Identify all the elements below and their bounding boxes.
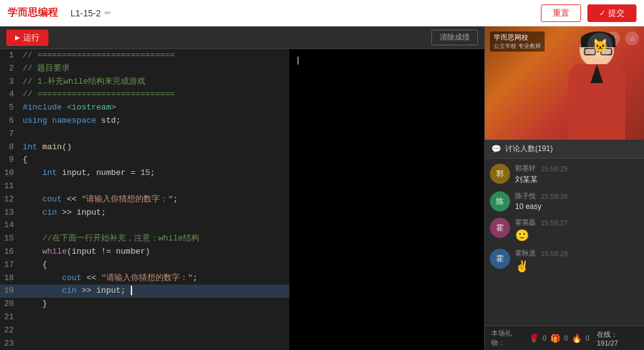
submit-label: 提交	[608, 8, 625, 19]
msg-meta: 霍秋丞15:58:28	[515, 249, 568, 258]
code-line: 2// 题目要求	[0, 62, 289, 76]
video-subtitle: 公立学校 专业教师	[494, 42, 541, 50]
line-code: {	[20, 259, 289, 272]
msg-time: 15:58:28	[541, 250, 568, 257]
msg-content: 陈子悦15:58:2610 easy	[515, 191, 568, 211]
code-line: 14	[0, 219, 289, 232]
gift3-emoji: 🔥	[572, 334, 582, 343]
code-line: 20 }	[0, 298, 289, 311]
line-number: 21	[0, 311, 20, 324]
avatar: 霍	[490, 249, 510, 269]
line-number: 17	[0, 259, 20, 272]
code-line: 13 cin >> input;	[0, 206, 289, 220]
chat-message: 霍霍英磊15:58:27🙂	[490, 218, 639, 242]
line-number: 23	[0, 337, 20, 350]
lesson-label: L1-15-2	[70, 8, 101, 18]
code-line: 12 cout << "请输入你猜想的数字：";	[0, 193, 289, 206]
msg-emoji: 🙂	[515, 229, 568, 242]
code-line: 5#include <iostream>	[0, 101, 289, 115]
msg-text: 10 easy	[515, 202, 568, 211]
line-code: }	[20, 298, 289, 311]
code-line: 6using namespace std;	[0, 115, 289, 128]
msg-name: 霍英磊	[515, 218, 536, 227]
line-code	[20, 324, 289, 337]
msg-emoji: ✌	[515, 259, 568, 273]
msg-content: 霍秋丞15:58:28✌	[515, 249, 568, 273]
chat-message: 霍霍秋丞15:58:28✌	[490, 249, 639, 273]
online-count: 在线：191/27	[597, 330, 638, 347]
line-code: cin >> input;	[20, 206, 289, 220]
chat-header: 💬 讨论人数(191)	[485, 140, 644, 159]
video-logo: 学而思网校 公立学校 专业教师	[490, 31, 545, 52]
code-line: 16 while(input != number)	[0, 246, 289, 259]
line-number: 8	[0, 141, 20, 154]
line-number: 7	[0, 128, 20, 141]
teacher-body	[569, 64, 625, 140]
line-number: 6	[0, 115, 20, 128]
msg-name: 郭墨轩	[515, 164, 536, 173]
terminal[interactable]: |	[289, 49, 484, 350]
submit-button[interactable]: ✓ 提交	[587, 4, 636, 22]
line-number: 18	[0, 272, 20, 285]
line-code: cin >> input;	[20, 285, 289, 298]
msg-text: 刘某某	[515, 174, 568, 185]
msg-content: 霍英磊15:58:27🙂	[515, 218, 568, 242]
play-icon: ▶	[15, 34, 20, 41]
line-number: 10	[0, 167, 20, 180]
code-line: 10 int input, number = 15;	[0, 167, 289, 180]
line-code: // ============================	[20, 49, 289, 62]
line-number: 2	[0, 62, 20, 76]
code-line: 15 //在下面一行开始补充，注意：while结构	[0, 232, 289, 246]
teacher-collar	[591, 64, 603, 83]
line-code: using namespace std;	[20, 115, 289, 128]
line-number: 5	[0, 101, 20, 115]
code-line: 4// ============================	[0, 88, 289, 101]
chat-message: 陈陈子悦15:58:2610 easy	[490, 191, 639, 212]
line-number: 13	[0, 206, 20, 220]
code-line: 18 cout << "请输入你猜想的数字：";	[0, 272, 289, 285]
line-code	[20, 337, 289, 350]
gift1-count: 0	[543, 334, 547, 342]
gift2-emoji: 🎁	[550, 334, 560, 343]
msg-meta: 郭墨轩15:58:25	[515, 164, 568, 173]
toolbar: ▶ 运行 清除成绩	[0, 26, 484, 49]
reset-button[interactable]: 重置	[541, 4, 581, 22]
run-button[interactable]: ▶ 运行	[6, 30, 48, 46]
code-line: 8int main()	[0, 141, 289, 154]
msg-time: 15:58:26	[541, 193, 568, 200]
line-number: 1	[0, 49, 20, 62]
line-number: 3	[0, 76, 20, 89]
cartoon-icon: 🐱	[587, 33, 613, 58]
code-table: 1// ============================2// 题目要求…	[0, 49, 289, 350]
line-code	[20, 180, 289, 193]
gift3-count: 0	[586, 334, 589, 342]
line-code: #include <iostream>	[20, 101, 289, 115]
code-line: 21	[0, 311, 289, 324]
check-icon: ✓	[599, 9, 606, 18]
line-code: cout << "请输入你猜想的数字：";	[20, 272, 289, 285]
code-line: 3// 1.补充while结构来完成游戏	[0, 76, 289, 89]
right-panel: 学而思网校 公立学校 专业教师 ⊞ ☆	[484, 26, 644, 350]
logo: 学而思编程	[8, 6, 58, 20]
code-line: 7	[0, 128, 289, 141]
edit-icon[interactable]: ✏	[104, 8, 111, 18]
line-number: 22	[0, 324, 20, 337]
line-number: 4	[0, 88, 20, 101]
line-code	[20, 311, 289, 324]
code-editor[interactable]: 1// ============================2// 题目要求…	[0, 49, 289, 350]
line-code: int input, number = 15;	[20, 167, 289, 180]
msg-content: 郭墨轩15:58:25刘某某	[515, 164, 568, 185]
msg-name: 陈子悦	[515, 191, 536, 201]
line-number: 20	[0, 298, 20, 311]
chat-messages[interactable]: 郭郭墨轩15:58:25刘某某陈陈子悦15:58:2610 easy霍霍英磊15…	[485, 159, 644, 325]
bottom-bar: 本场礼物： 🌹 0 🎁 0 🔥 0 在线：191/27	[485, 325, 644, 350]
chat-message: 郭郭墨轩15:58:25刘某某	[490, 164, 639, 185]
code-line: 19 cin >> input;	[0, 285, 289, 298]
line-number: 15	[0, 232, 20, 246]
line-code: // 题目要求	[20, 62, 289, 76]
msg-name: 霍秋丞	[515, 249, 536, 258]
app-header: 学而思编程 L1-15-2 ✏ 重置 ✓ 提交	[0, 0, 644, 26]
gift2-count: 0	[564, 334, 568, 342]
clear-button[interactable]: 清除成绩	[431, 30, 478, 45]
avatar: 陈	[490, 191, 510, 212]
